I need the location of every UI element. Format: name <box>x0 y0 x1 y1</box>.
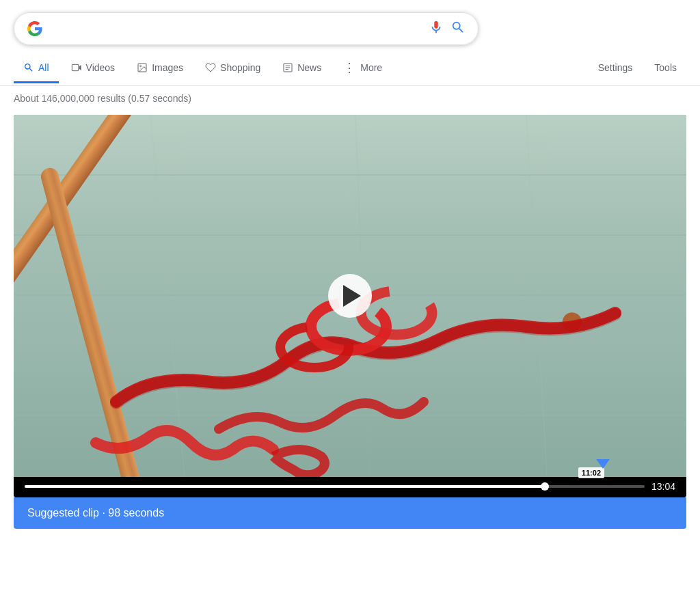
search-icons <box>429 20 466 38</box>
tab-settings-label: Settings <box>598 62 633 73</box>
tab-all[interactable]: All <box>14 54 59 83</box>
video-duration: 13:04 <box>651 481 675 492</box>
news-icon <box>282 62 293 73</box>
tab-all-label: All <box>38 62 49 73</box>
suggested-clip-text: Suggested clip · 98 seconds <box>27 507 164 519</box>
google-logo-icon <box>27 20 43 37</box>
video-thumbnail <box>14 115 686 477</box>
video-container[interactable]: 13:04 11:02 <box>14 115 686 497</box>
search-lens-icon[interactable] <box>450 20 466 38</box>
nav-right: Settings Tools <box>589 54 686 83</box>
progress-bar[interactable] <box>25 485 645 488</box>
tab-images-label: Images <box>152 62 183 73</box>
tab-shopping[interactable]: Shopping <box>196 54 270 83</box>
time-badge: 11:02 <box>578 467 604 478</box>
svg-marker-1 <box>79 65 81 70</box>
svg-rect-0 <box>72 64 78 70</box>
search-input[interactable]: how to knit cast on <box>50 22 422 36</box>
video-icon <box>71 62 82 73</box>
tab-news[interactable]: News <box>273 54 331 83</box>
tab-videos[interactable]: Videos <box>62 54 125 83</box>
svg-point-3 <box>140 66 142 67</box>
video-controls: 13:04 <box>14 477 686 497</box>
search-icon <box>23 62 34 73</box>
results-count: About 146,000,000 results (0.57 seconds) <box>0 86 700 109</box>
shopping-icon <box>205 62 216 73</box>
results-text: About 146,000,000 results (0.57 seconds) <box>14 93 191 104</box>
tab-settings[interactable]: Settings <box>589 54 643 83</box>
mic-icon[interactable] <box>429 20 444 38</box>
tab-images[interactable]: Images <box>127 54 193 83</box>
tab-news-label: News <box>297 62 321 73</box>
tab-more-label: More <box>360 62 382 73</box>
search-bar-container: how to knit cast on <box>0 0 700 52</box>
search-bar[interactable]: how to knit cast on <box>14 12 479 45</box>
tab-videos-label: Videos <box>86 62 116 73</box>
tab-shopping-label: Shopping <box>220 62 260 73</box>
tab-tools[interactable]: Tools <box>645 54 686 83</box>
clip-arrow-indicator <box>596 459 610 469</box>
more-dots-icon: ⋮ <box>343 60 356 75</box>
progress-bar-fill <box>25 485 546 488</box>
suggested-clip-bar: Suggested clip · 98 seconds <box>14 497 686 529</box>
play-button[interactable] <box>328 274 372 318</box>
tab-more[interactable]: ⋮ More <box>334 52 392 85</box>
nav-tabs: All Videos Images Shopping News <box>0 52 700 86</box>
image-icon <box>137 62 148 73</box>
tab-tools-label: Tools <box>654 62 677 73</box>
